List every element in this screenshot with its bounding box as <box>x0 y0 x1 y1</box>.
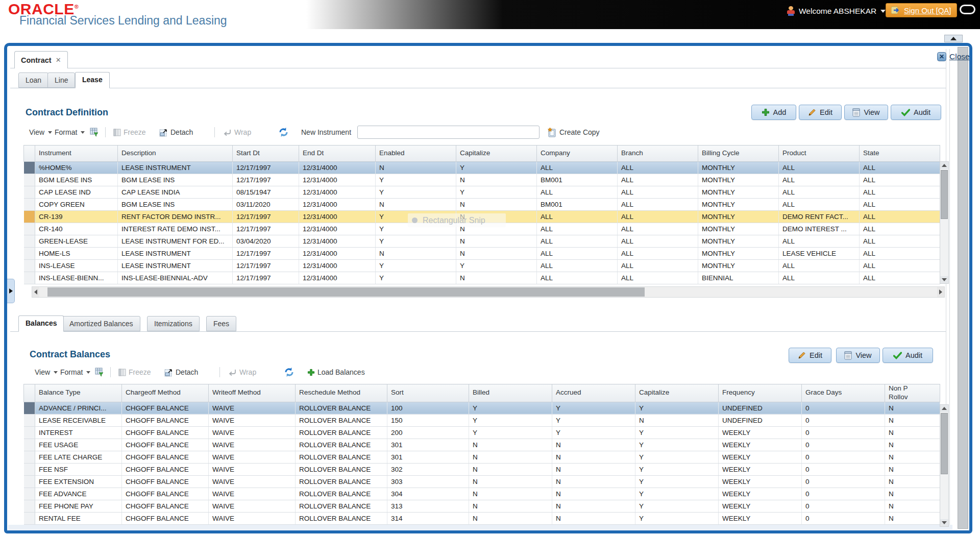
row-selector-cell[interactable] <box>24 272 35 284</box>
table-row[interactable]: FEE LATE CHARGECHGOFF BALANCEWAIVEROLLOV… <box>24 451 940 463</box>
scroll-up-button[interactable] <box>940 405 948 412</box>
column-header[interactable]: Description <box>118 145 233 162</box>
table1-vertical-scrollbar[interactable] <box>940 161 949 284</box>
workspace-tab-contract[interactable]: Contract ✕ <box>14 51 68 68</box>
table-row[interactable]: LEASE RECEIVABLECHGOFF BALANCEWAIVEROLLO… <box>24 414 940 426</box>
create-copy-button[interactable]: Create Copy <box>547 125 600 140</box>
scroll-down-button[interactable] <box>940 276 948 283</box>
table-row[interactable]: BGM LEASE INSBGM LEASE INS12/17/199712/3… <box>24 174 940 186</box>
row-selector-cell[interactable] <box>24 414 35 426</box>
table-row[interactable]: FEE PHONE PAYCHGOFF BALANCEWAIVEROLLOVER… <box>24 500 940 512</box>
tab-line[interactable]: Line <box>47 72 75 88</box>
view-button[interactable]: View <box>844 105 888 120</box>
tab-fees[interactable]: Fees <box>206 316 236 331</box>
row-selector-cell[interactable] <box>24 512 35 524</box>
row-selector-cell[interactable] <box>24 211 35 223</box>
freeze-button[interactable]: Freeze <box>118 364 151 380</box>
scrollbar-thumb[interactable] <box>47 287 645 297</box>
view-menu[interactable]: View <box>29 125 52 140</box>
row-selector-cell[interactable] <box>24 174 35 186</box>
scroll-right-button[interactable] <box>937 287 944 297</box>
table-row[interactable]: FEE NSFCHGOFF BALANCEWAIVEROLLOVER BALAN… <box>24 463 940 475</box>
close-control[interactable]: ✕ Close <box>937 52 970 61</box>
row-selector-cell[interactable] <box>24 260 35 272</box>
tab-balances[interactable]: Balances <box>18 315 64 332</box>
column-header[interactable]: Accrued <box>552 384 635 402</box>
balances-view-button[interactable]: View <box>836 348 880 363</box>
format-menu[interactable]: Format <box>60 364 90 380</box>
wrap-button[interactable]: Wrap <box>228 364 256 380</box>
table-row[interactable]: FEE EXTENSIONCHGOFF BALANCEWAIVEROLLOVER… <box>24 475 940 488</box>
column-header[interactable]: Capitalize <box>456 145 537 162</box>
page-scroll-up-button[interactable] <box>944 35 963 42</box>
export-table-button[interactable] <box>90 125 99 140</box>
table-row[interactable]: FEE USAGECHGOFF BALANCEWAIVEROLLOVER BAL… <box>24 439 940 451</box>
column-header[interactable]: End Dt <box>299 145 376 162</box>
column-header[interactable]: Billed <box>469 384 552 402</box>
row-selector-cell[interactable] <box>24 426 35 439</box>
column-header[interactable]: Sort <box>387 384 469 402</box>
row-selector-cell[interactable] <box>24 463 35 475</box>
column-header[interactable]: Reschedule Method <box>296 384 387 402</box>
row-selector-cell[interactable] <box>24 451 35 463</box>
column-header[interactable]: Start Dt <box>233 145 299 162</box>
column-header[interactable]: Enabled <box>376 145 456 162</box>
add-button[interactable]: Add <box>751 105 796 120</box>
scrollbar-thumb[interactable] <box>941 413 948 474</box>
table-row[interactable]: COPY GREENBGM LEASE INS03/11/202012/31/4… <box>24 199 940 211</box>
row-selector-cell[interactable] <box>24 500 35 512</box>
table-row[interactable]: FEE ADVANCECHGOFF BALANCEWAIVEROLLOVER B… <box>24 488 940 500</box>
scroll-left-button[interactable] <box>32 287 39 297</box>
balances-audit-button[interactable]: Audit <box>883 348 933 363</box>
table-row[interactable]: HOME-LSLEASE INSTRUMENT12/17/199712/31/4… <box>24 248 940 260</box>
row-selector-cell[interactable] <box>24 475 35 488</box>
scrollbar-thumb[interactable] <box>941 170 948 219</box>
table2-vertical-scrollbar[interactable] <box>940 404 949 527</box>
tab-itemizations[interactable]: Itemizations <box>147 316 200 331</box>
column-header[interactable]: Product <box>779 145 860 162</box>
load-balances-button[interactable]: Load Balances <box>307 364 365 380</box>
column-header[interactable]: Grace Days <box>802 384 885 402</box>
row-selector-cell[interactable] <box>24 439 35 451</box>
row-selector-cell[interactable] <box>24 235 35 248</box>
row-selector-cell[interactable] <box>24 488 35 500</box>
page-scrollbar[interactable] <box>958 47 968 529</box>
column-header[interactable]: State <box>860 145 940 162</box>
collapse-pane-handle[interactable] <box>7 279 15 303</box>
table1-horizontal-scrollbar[interactable] <box>32 286 945 298</box>
column-header[interactable]: Frequency <box>719 384 802 402</box>
oracle-cloud-icon[interactable] <box>960 5 975 14</box>
tab-amortized-balances[interactable]: Amortized Balances <box>62 316 140 331</box>
column-header[interactable]: Chargeoff Method <box>122 384 209 402</box>
column-header[interactable]: Capitalize <box>635 384 719 402</box>
table-row[interactable]: INTERESTCHGOFF BALANCEWAIVEROLLOVER BALA… <box>24 426 940 439</box>
table-row[interactable]: INS-LEASE-BIENN...INS-LEASE-BIENNIAL-ADV… <box>24 272 940 284</box>
tab-lease[interactable]: Lease <box>75 72 110 88</box>
audit-button[interactable]: Audit <box>891 105 941 120</box>
column-header[interactable]: Billing Cycle <box>698 145 779 162</box>
table-row[interactable]: RENTAL FEECHGOFF BALANCEWAIVEROLLOVER BA… <box>24 512 940 524</box>
view-menu[interactable]: View <box>35 364 58 380</box>
freeze-button[interactable]: Freeze <box>113 125 146 140</box>
row-selector-cell[interactable] <box>24 248 35 260</box>
column-header[interactable]: Company <box>537 145 618 162</box>
refresh-button[interactable] <box>278 125 289 140</box>
row-selector-cell[interactable] <box>24 223 35 235</box>
table-row[interactable]: CAP LEASE INDCAP LEASE INDIA08/15/194712… <box>24 186 940 199</box>
table-row[interactable]: ADVANCE / PRINCI...CHGOFF BALANCEWAIVERO… <box>24 402 940 414</box>
row-selector-cell[interactable] <box>24 402 35 414</box>
new-instrument-input[interactable] <box>357 126 540 139</box>
detach-button[interactable]: Detach <box>159 125 193 140</box>
balances-edit-button[interactable]: Edit <box>789 348 831 363</box>
refresh-button[interactable] <box>284 364 295 380</box>
detach-button[interactable]: Detach <box>164 364 198 380</box>
row-selector-cell[interactable] <box>24 199 35 211</box>
table-row[interactable]: %HOME%LEASE INSTRUMENT12/17/199712/31/40… <box>24 162 940 174</box>
scroll-down-button[interactable] <box>940 519 948 526</box>
column-header[interactable]: Writeoff Method <box>209 384 296 402</box>
format-menu[interactable]: Format <box>55 125 85 140</box>
tab-loan[interactable]: Loan <box>18 72 48 88</box>
row-selector-cell[interactable] <box>24 162 35 174</box>
table-row[interactable]: INS-LEASELEASE INSTRUMENT12/17/199712/31… <box>24 260 940 272</box>
column-header[interactable]: Non P Rollov <box>885 384 940 402</box>
